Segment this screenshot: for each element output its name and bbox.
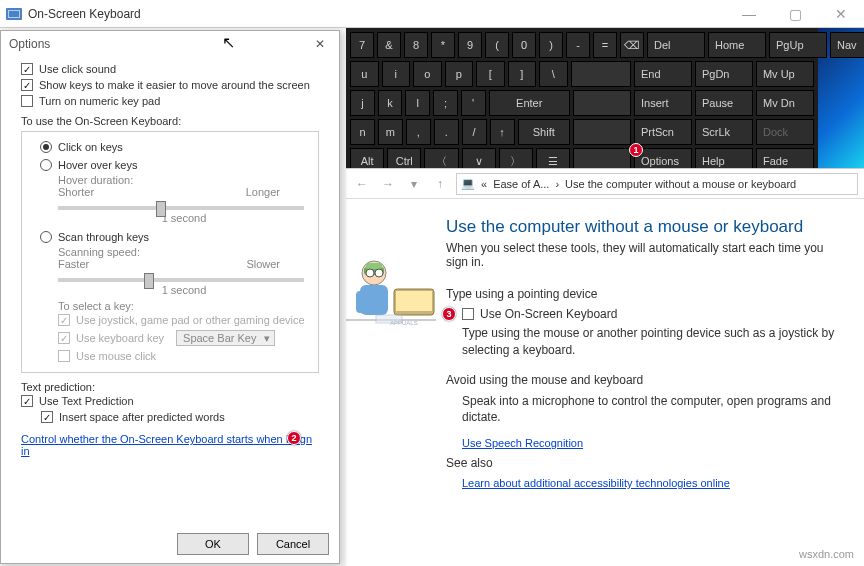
svg-rect-8 (356, 291, 366, 313)
key-lbracket[interactable]: [ (476, 61, 505, 87)
key-8[interactable]: 8 (404, 32, 428, 58)
key-l[interactable]: l (405, 90, 430, 116)
minimize-button[interactable]: — (726, 0, 772, 28)
lbl-click-sound: Use click sound (39, 63, 116, 75)
page-content: APPUALS Use the computer without a mouse… (346, 199, 864, 498)
key-up[interactable]: ↑ (490, 119, 515, 145)
lbl-textpred: Text prediction: (21, 373, 319, 393)
radio-click[interactable] (40, 141, 52, 153)
key-scrlk[interactable]: ScrLk (695, 119, 753, 145)
key-pgup[interactable]: PgUp (769, 32, 827, 58)
badge-1: 1 (629, 143, 643, 157)
key-end[interactable]: End (634, 61, 692, 87)
osk-row-2: u i o p [ ] \ End PgDn Mv Up (350, 61, 814, 87)
group-mode: Click on keys Hover over keys Hover dura… (21, 131, 319, 373)
close-button[interactable]: ✕ (818, 0, 864, 28)
page-lead: When you select these tools, they will a… (446, 241, 840, 283)
chk-numeric[interactable] (21, 95, 33, 107)
key-period[interactable]: . (434, 119, 459, 145)
signin-link[interactable]: Control whether the On-Screen Keyboard s… (21, 433, 312, 457)
section-avoid: Avoid using the mouse and keyboard (446, 369, 840, 391)
key-del[interactable]: Del (647, 32, 705, 58)
use-osk-checkbox[interactable] (462, 308, 474, 320)
key-equals[interactable]: = (593, 32, 617, 58)
lbl-1sec-scan: 1 second (58, 284, 310, 300)
hover-thumb[interactable] (156, 201, 166, 217)
address-bar[interactable]: 💻 « Ease of A... › Use the computer with… (456, 173, 858, 195)
badge-2: 2 (287, 431, 301, 445)
illustration-icon: APPUALS (346, 247, 436, 337)
ok-button[interactable]: OK (177, 533, 249, 555)
scan-thumb[interactable] (144, 273, 154, 289)
learn-more-link[interactable]: Learn about additional accessibility tec… (462, 477, 730, 489)
chk-insert-space[interactable]: ✓ (41, 411, 53, 423)
control-panel-page: ← → ▾ ↑ 💻 « Ease of A... › Use the compu… (346, 168, 864, 566)
nav-history-icon[interactable]: ▾ (404, 174, 424, 194)
key-home[interactable]: Home (708, 32, 766, 58)
window-title: On-Screen Keyboard (28, 7, 141, 21)
lbl-longer: Longer (246, 186, 280, 198)
key-rparen[interactable]: ) (539, 32, 563, 58)
key-7[interactable]: 7 (350, 32, 374, 58)
hover-slider[interactable] (58, 206, 304, 210)
select-spacebar: Space Bar Key (176, 330, 275, 346)
lbl-1sec-hover: 1 second (58, 212, 310, 228)
key-semicolon[interactable]: ; (433, 90, 458, 116)
chk-textpred[interactable]: ✓ (21, 395, 33, 407)
key-p[interactable]: p (445, 61, 474, 87)
lbl-faster: Faster (58, 258, 89, 270)
scan-slider[interactable] (58, 278, 304, 282)
key-minus[interactable]: - (566, 32, 590, 58)
key-insert[interactable]: Insert (634, 90, 692, 116)
use-speech-link[interactable]: Use Speech Recognition (462, 437, 583, 449)
badge-3: 3 (442, 307, 456, 321)
key-apostrophe[interactable]: ' (461, 90, 486, 116)
address-icon: 💻 (461, 177, 475, 190)
key-o[interactable]: o (413, 61, 442, 87)
key-k[interactable]: k (378, 90, 403, 116)
nav-up-icon[interactable]: ↑ (430, 174, 450, 194)
key-amp[interactable]: & (377, 32, 401, 58)
key-nav[interactable]: Nav (830, 32, 864, 58)
radio-scan[interactable] (40, 231, 52, 243)
key-m[interactable]: m (378, 119, 403, 145)
key-pgdn[interactable]: PgDn (695, 61, 753, 87)
key-dock[interactable]: Dock (756, 119, 814, 145)
lbl-slower: Slower (246, 258, 280, 270)
key-shift[interactable]: Shift (518, 119, 570, 145)
key-j[interactable]: j (350, 90, 375, 116)
key-comma[interactable]: , (406, 119, 431, 145)
key-rbracket[interactable]: ] (508, 61, 537, 87)
chk-show-keys[interactable]: ✓ (21, 79, 33, 91)
lbl-show-keys: Show keys to make it easier to move arou… (39, 79, 310, 91)
key-mvup[interactable]: Mv Up (756, 61, 814, 87)
watermark: wsxdn.com (799, 548, 854, 560)
osk-row-4: n m , . / ↑ Shift PrtScn ScrLk Dock (350, 119, 814, 145)
key-star[interactable]: * (431, 32, 455, 58)
key-slash[interactable]: / (462, 119, 487, 145)
lbl-kbdkey: Use keyboard key (76, 332, 164, 344)
maximize-button[interactable]: ▢ (772, 0, 818, 28)
key-u[interactable]: u (350, 61, 379, 87)
nav-back-icon[interactable]: ← (352, 174, 372, 194)
key-mvdn[interactable]: Mv Dn (756, 90, 814, 116)
key-n[interactable]: n (350, 119, 375, 145)
chk-click-sound[interactable]: ✓ (21, 63, 33, 75)
key-lparen[interactable]: ( (485, 32, 509, 58)
nav-fwd-icon[interactable]: → (378, 174, 398, 194)
key-enter[interactable]: Enter (489, 90, 570, 116)
options-dialog: Options ✕ ✓Use click sound ✓Show keys to… (0, 30, 340, 564)
key-0[interactable]: 0 (512, 32, 536, 58)
svg-text:APPUALS: APPUALS (390, 320, 418, 326)
key-backspace[interactable]: ⌫ (620, 32, 644, 58)
crumb-ease[interactable]: Ease of A... (493, 178, 549, 190)
radio-hover[interactable] (40, 159, 52, 171)
dialog-close-icon[interactable]: ✕ (309, 33, 331, 55)
key-9[interactable]: 9 (458, 32, 482, 58)
crumb-use-computer[interactable]: Use the computer without a mouse or keyb… (565, 178, 796, 190)
key-prtscn[interactable]: PrtScn (634, 119, 692, 145)
cancel-button[interactable]: Cancel (257, 533, 329, 555)
key-pause[interactable]: Pause (695, 90, 753, 116)
key-i[interactable]: i (382, 61, 411, 87)
key-backslash[interactable]: \ (539, 61, 568, 87)
